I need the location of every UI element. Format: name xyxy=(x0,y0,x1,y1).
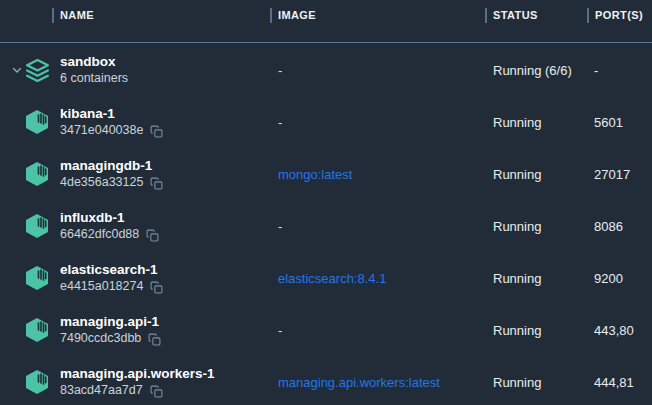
container-id: 83acd47aa7d7 xyxy=(60,382,143,399)
image-link[interactable]: elasticsearch:8.4.1 xyxy=(278,271,386,286)
table-row-managing-api[interactable]: managing.api-1 7490ccdc3dbb - Running 44… xyxy=(0,304,652,356)
status-cell: Running xyxy=(493,115,541,130)
container-id: 4de356a33125 xyxy=(60,174,143,191)
ports-cell: 27017 xyxy=(594,167,630,182)
table-row-elasticsearch[interactable]: elasticsearch-1 e4415a018274 elasticsear… xyxy=(0,252,652,304)
compose-stack-icon xyxy=(24,57,50,83)
table-row-influxdb[interactable]: influxdb-1 66462dfc0d88 - Running 8086 xyxy=(0,200,652,252)
container-cube-icon xyxy=(24,213,50,239)
image-link[interactable]: mongo:latest xyxy=(278,167,352,182)
status-cell: Running xyxy=(493,271,541,286)
image-cell: - xyxy=(278,115,282,130)
container-name: kibana-1 xyxy=(60,105,163,122)
container-cube-icon xyxy=(24,317,50,343)
table-row-sandbox[interactable]: sandbox 6 containers - Running (6/6) - xyxy=(0,44,652,96)
table-row-managing-api-workers[interactable]: managing.api.workers-1 83acd47aa7d7 mana… xyxy=(0,356,652,405)
ports-cell: 444,81 xyxy=(594,375,634,390)
ports-cell: - xyxy=(594,63,598,78)
copy-icon[interactable] xyxy=(148,333,161,346)
copy-icon[interactable] xyxy=(150,385,163,398)
table-row-kibana[interactable]: kibana-1 3471e040038e - Running 5601 xyxy=(0,96,652,148)
table-row-managingdb[interactable]: managingdb-1 4de356a33125 mongo:latest R… xyxy=(0,148,652,200)
container-name: elasticsearch-1 xyxy=(60,261,163,278)
table-header: NAME IMAGE STATUS PORT(S) xyxy=(0,0,652,43)
chevron-down-icon[interactable] xyxy=(10,63,24,77)
column-header-image[interactable]: IMAGE xyxy=(270,8,316,23)
status-cell: Running xyxy=(493,375,541,390)
image-link[interactable]: managing.api.workers:latest xyxy=(278,375,440,390)
container-name: managing.api-1 xyxy=(60,313,161,330)
container-id: 66462dfc0d88 xyxy=(60,226,139,243)
column-header-name[interactable]: NAME xyxy=(52,8,94,23)
status-cell: Running xyxy=(493,167,541,182)
copy-icon[interactable] xyxy=(146,229,159,242)
copy-icon[interactable] xyxy=(150,177,163,190)
container-id: 7490ccdc3dbb xyxy=(60,330,141,347)
ports-cell: 443,80 xyxy=(594,323,634,338)
image-cell: - xyxy=(278,219,282,234)
containers-table: NAME IMAGE STATUS PORT(S) sandbox 6 cont… xyxy=(0,0,652,405)
column-header-ports[interactable]: PORT(S) xyxy=(587,8,643,23)
ports-cell: 9200 xyxy=(594,271,623,286)
status-cell: Running (6/6) xyxy=(493,63,572,78)
container-cube-icon xyxy=(24,369,50,395)
container-name: managing.api.workers-1 xyxy=(60,365,215,382)
status-cell: Running xyxy=(493,323,541,338)
container-id: 3471e040038e xyxy=(60,122,143,139)
status-cell: Running xyxy=(493,219,541,234)
copy-icon[interactable] xyxy=(150,281,163,294)
container-cube-icon xyxy=(24,161,50,187)
ports-cell: 8086 xyxy=(594,219,623,234)
container-count: 6 containers xyxy=(60,70,128,87)
image-cell: - xyxy=(278,63,282,78)
container-cube-icon xyxy=(24,109,50,135)
container-name: influxdb-1 xyxy=(60,209,159,226)
container-name: managingdb-1 xyxy=(60,157,163,174)
container-cube-icon xyxy=(24,265,50,291)
image-cell: - xyxy=(278,323,282,338)
ports-cell: 5601 xyxy=(594,115,623,130)
container-name: sandbox xyxy=(60,53,128,70)
copy-icon[interactable] xyxy=(150,125,163,138)
container-id: e4415a018274 xyxy=(60,278,143,295)
column-header-status[interactable]: STATUS xyxy=(485,8,538,23)
